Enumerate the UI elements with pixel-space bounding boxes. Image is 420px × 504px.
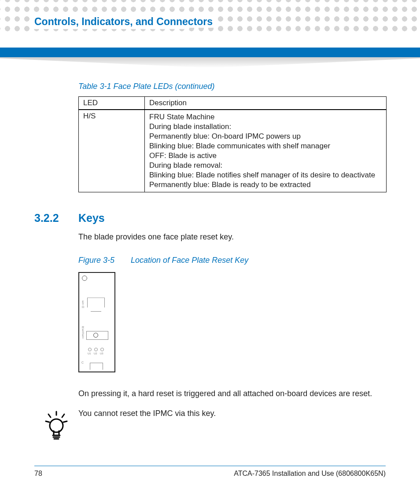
section-title: Keys: [78, 212, 105, 224]
u2-led-icon: [94, 348, 98, 351]
tip-block: You cannot reset the IPMC via this key.: [34, 409, 386, 441]
figure-title: Location of Face Plate Reset Key: [131, 256, 248, 265]
figure-diagram: ETH RESET U1 U2 U3 C: [78, 272, 386, 372]
u3-led-icon: [100, 348, 104, 351]
desc-line: Permanently blue: On-board IPMC powers u…: [149, 132, 382, 141]
svg-line-2: [62, 414, 64, 417]
svg-line-4: [63, 421, 67, 422]
figure-caption: Figure 3-5 Location of Face Plate Reset …: [78, 256, 386, 265]
svg-line-3: [46, 421, 49, 422]
header-blue-bar: [0, 48, 420, 57]
page-footer: 78 ATCA-7365 Installation and Use (68068…: [34, 466, 386, 478]
doc-id: ATCA-7365 Installation and Use (6806800K…: [234, 470, 386, 478]
figure-number: Figure 3-5: [78, 256, 114, 265]
desc-line: During blade removal:: [149, 161, 382, 170]
eth-label: ETH: [81, 300, 85, 308]
desc-line: Blinking blue: Blade notifies shelf mana…: [149, 171, 382, 180]
section-number: 3.2.2: [34, 212, 78, 224]
svg-point-5: [50, 419, 63, 432]
u1-led-icon: [88, 348, 92, 351]
lightbulb-icon: [34, 409, 78, 441]
header-gradient-bar: [0, 57, 420, 68]
page-content: Table 3-1 Face Plate LEDs (continued) LE…: [34, 82, 386, 441]
ethernet-port-icon: [87, 298, 105, 312]
led-table: LED Description H/S FRU State Machine Du…: [78, 96, 387, 192]
chapter-title: Controls, Indicators, and Connectors: [34, 16, 216, 28]
u1-label: U1: [88, 352, 91, 355]
section-heading: 3.2.2 Keys: [34, 212, 386, 224]
desc-line: During blade installation:: [149, 122, 382, 131]
desc-line: OFF: Blade is active: [149, 151, 382, 160]
u2-label: U2: [94, 352, 97, 355]
desc-line: Blinking blue: Blade communicates with s…: [149, 142, 382, 151]
col-header-desc: Description: [145, 97, 387, 110]
screw-icon: [82, 276, 87, 281]
desc-line: FRU State Machine: [149, 113, 382, 121]
page-number: 78: [34, 470, 42, 478]
bottom-port-icon: [90, 363, 103, 370]
tip-text: You cannot reset the IPMC via this key.: [78, 409, 386, 418]
reset-label: RESET: [81, 326, 85, 339]
c-label: C: [81, 361, 84, 364]
faceplate-outline: ETH RESET U1 U2 U3 C: [78, 272, 115, 372]
cell-led: H/S: [79, 110, 145, 192]
after-figure-text: On pressing it, a hard reset is triggere…: [78, 388, 386, 399]
svg-line-1: [48, 414, 51, 417]
cell-desc: FRU State Machine During blade installat…: [145, 110, 387, 192]
desc-line: Permanently blue: Blade is ready to be e…: [149, 180, 382, 189]
table-caption: Table 3-1 Face Plate LEDs (continued): [78, 82, 386, 91]
section-intro: The blade provides one face plate reset …: [78, 232, 386, 243]
u3-label: U3: [100, 352, 103, 355]
col-header-led: LED: [79, 97, 145, 110]
table-row: H/S FRU State Machine During blade insta…: [79, 110, 387, 192]
